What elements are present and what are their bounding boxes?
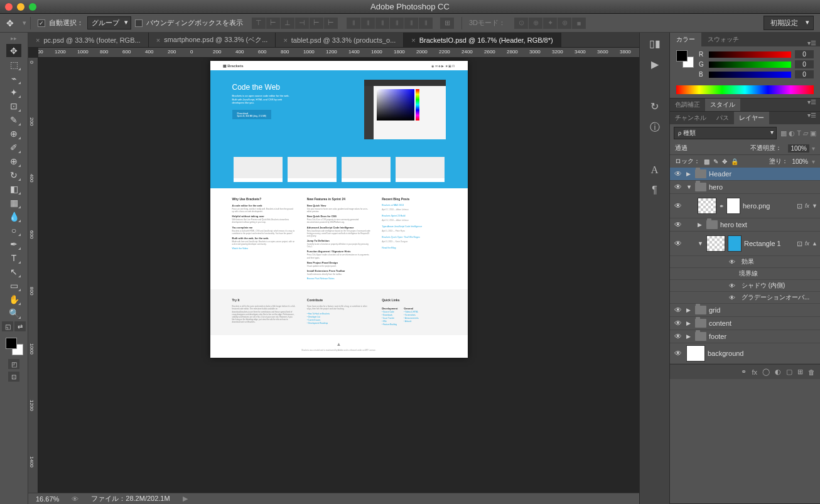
new-layer-icon[interactable]: ⊞ — [797, 368, 803, 376]
dist-1[interactable]: ⫴ — [347, 18, 360, 29]
color-swatches[interactable] — [4, 336, 23, 355]
layer-row[interactable]: 👁▶grid — [670, 304, 820, 317]
canvas[interactable]: ▦ Brackets ◉ ✉ ◈ ▶ ★ ▣ ⊡ Code the Web Br… — [38, 58, 639, 493]
layer-effect[interactable]: 👁効果 — [670, 256, 820, 268]
wand-tool[interactable]: ✦ — [6, 85, 21, 99]
panel-menu-icon[interactable]: ▾☰ — [804, 112, 820, 124]
dist-2[interactable]: ⫴ — [361, 18, 375, 29]
expand-arrow[interactable]: ▼ — [698, 240, 704, 247]
filter-kind[interactable]: ρ 種類 — [674, 127, 777, 139]
opacity-value[interactable]: 100% — [788, 144, 809, 153]
move-tool[interactable]: ✥ — [6, 44, 21, 57]
quickmask[interactable]: ◰ — [8, 359, 19, 369]
layer-name[interactable]: Header — [709, 170, 817, 178]
layer-name[interactable]: Rectangle 1 — [744, 240, 794, 247]
align-top[interactable]: ⊤ — [252, 18, 266, 29]
eyedropper-tool[interactable]: ✎ — [6, 113, 21, 126]
blend-mode[interactable]: 通過 — [675, 144, 744, 153]
layer-name[interactable]: content — [709, 319, 817, 327]
minimize-window[interactable] — [17, 3, 24, 11]
filter-pixel-icon[interactable]: ▩ — [780, 129, 787, 137]
g-value[interactable]: 0 — [795, 60, 814, 68]
pen-tool[interactable]: ✒ — [6, 237, 21, 250]
close-tab-icon[interactable]: × — [36, 36, 40, 44]
move-tool-icon[interactable]: ✥ — [6, 18, 19, 28]
filter-type-icon[interactable]: T — [797, 129, 801, 137]
hand-tool[interactable]: ✋ — [6, 292, 21, 306]
expand-arrow[interactable]: ▶ — [686, 320, 693, 326]
link-icon[interactable]: ⊡ — [797, 202, 802, 210]
fx-badge[interactable]: fx — [805, 203, 809, 209]
document-tab[interactable]: ×smartphone.psd @ 33.3% (ベク... — [149, 33, 276, 47]
panel-menu-icon[interactable]: ▾☰ — [804, 40, 820, 46]
b-slider[interactable] — [709, 72, 791, 78]
layer-effect[interactable]: 👁シャドウ (内側) — [670, 280, 820, 292]
zoom-tool[interactable]: 🔍 — [6, 306, 21, 319]
b-value[interactable]: 0 — [795, 70, 814, 78]
layers-list[interactable]: 👁▶Header👁▼hero👁⚭hero.png⊡fx▼👁▶hero text👁… — [670, 168, 820, 364]
layer-row[interactable]: 👁background — [670, 343, 820, 364]
filter-smart-icon[interactable]: ▣ — [810, 129, 816, 137]
color-swatches[interactable] — [676, 50, 694, 68]
filter-adjust-icon[interactable]: ◐ — [789, 129, 795, 137]
brush-tool[interactable]: ✐ — [6, 141, 21, 154]
g-slider[interactable] — [709, 62, 791, 68]
swatches-tab[interactable]: スウォッチ — [701, 33, 745, 46]
visibility-icon[interactable]: 👁 — [672, 220, 684, 229]
type-tool[interactable]: T — [6, 251, 21, 264]
visibility-icon[interactable]: 👁 — [672, 239, 684, 248]
mask-icon[interactable]: ◯ — [762, 368, 770, 376]
layer-effect[interactable]: 境界線 — [670, 268, 820, 280]
r-value[interactable]: 0 — [795, 50, 814, 58]
visibility-icon[interactable]: 👁 — [672, 183, 684, 191]
close-tab-icon[interactable]: × — [411, 36, 415, 44]
new-group-icon[interactable]: ▢ — [786, 368, 792, 376]
delete-layer-icon[interactable]: 🗑 — [808, 368, 815, 376]
expand-arrow[interactable]: ▶ — [686, 333, 693, 340]
dist-4[interactable]: ⫴ — [390, 18, 404, 29]
lock-pos-icon[interactable]: ✥ — [722, 158, 727, 165]
layers-tab[interactable]: レイヤー — [734, 112, 769, 124]
layer-row[interactable]: 👁▶hero text — [670, 218, 820, 232]
document-tab[interactable]: ×tablet.psd @ 33.3% (products_o... — [276, 33, 404, 47]
visibility-icon[interactable]: 👁 — [672, 169, 684, 178]
visibility-icon[interactable]: 👁 — [672, 349, 684, 358]
adjustments-tab[interactable]: 色調補正 — [670, 99, 705, 111]
align-right[interactable]: ⊢ — [324, 18, 338, 29]
layer-row[interactable]: 👁▼hero — [670, 181, 820, 194]
marquee-tool[interactable]: ⬚ — [6, 58, 21, 71]
layer-name[interactable]: background — [708, 350, 817, 357]
autoselect-type-select[interactable]: グループ — [87, 16, 131, 29]
layer-effect[interactable]: 👁グラデーションオーバ... — [670, 292, 820, 304]
horizontal-ruler[interactable]: 1400120010008006004002000200400600800100… — [38, 48, 639, 58]
tools-grip[interactable]: ▸▸ — [11, 35, 17, 41]
fg-bg-default[interactable]: ◱ — [2, 321, 13, 331]
document-tab[interactable]: ×pc.psd @ 33.3% (footer, RGB... — [28, 33, 149, 47]
expand-arrow[interactable]: ▶ — [698, 222, 704, 228]
eraser-tool[interactable]: ◧ — [6, 182, 21, 195]
dock-char-icon[interactable]: A — [651, 164, 659, 176]
fg-bg-swap[interactable]: ⇄ — [14, 321, 26, 331]
dist-3[interactable]: ⫴ — [375, 18, 389, 29]
dist-6[interactable]: ⫴ — [419, 18, 433, 29]
lock-pixel-icon[interactable]: ✎ — [713, 158, 718, 165]
expand-arrow[interactable]: ▼ — [686, 184, 693, 190]
visibility-icon[interactable]: 👁 — [672, 306, 684, 314]
path-select-tool[interactable]: ↖ — [6, 265, 21, 278]
history-brush-tool[interactable]: ↻ — [6, 168, 21, 181]
layer-row[interactable]: 👁⚭hero.png⊡fx▼ — [670, 194, 820, 218]
layer-row[interactable]: 👁▶footer — [670, 330, 820, 343]
visibility-icon[interactable]: 👁 — [672, 332, 684, 341]
layer-name[interactable]: hero text — [720, 221, 817, 228]
lock-trans-icon[interactable]: ▩ — [704, 158, 709, 165]
healing-tool[interactable]: ⊕ — [6, 127, 21, 140]
layer-row[interactable]: 👁▼Rectangle 1⊡fx▲ — [670, 232, 820, 256]
blur-tool[interactable]: 💧 — [6, 210, 21, 223]
eye-icon[interactable]: 👁 — [72, 495, 78, 503]
fx-icon[interactable]: fx — [752, 368, 757, 376]
zoom-window[interactable] — [29, 3, 36, 11]
fx-badge[interactable]: fx — [805, 240, 809, 247]
dock-history-icon[interactable]: ↻ — [650, 100, 659, 112]
adjust-layer-icon[interactable]: ◐ — [775, 368, 781, 376]
paths-tab[interactable]: パス — [711, 112, 734, 124]
